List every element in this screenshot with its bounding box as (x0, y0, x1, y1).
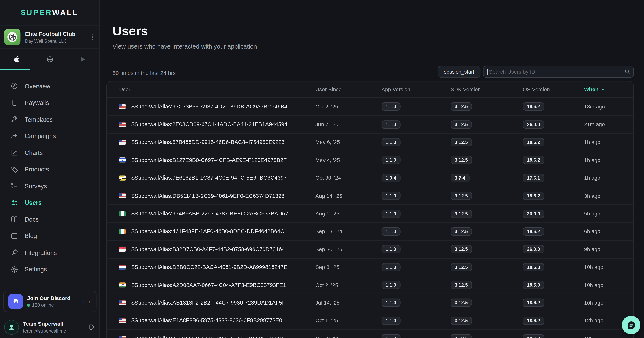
charts-icon (10, 149, 18, 157)
column-header-sdk-version[interactable]: SDK Version (450, 86, 523, 93)
user-since: Jul 14, '25 (316, 300, 382, 306)
sdk-version-badge: 3.7.4 (450, 174, 469, 182)
sdk-version-badge: 3.12.5 (450, 245, 472, 253)
column-header-user-since[interactable]: User Since (316, 86, 382, 93)
table-row[interactable]: $SuperwallAlias:E1A8F8B6-5975-4333-8636-… (107, 312, 634, 330)
apple-icon (13, 55, 20, 64)
chevron-down-icon (600, 87, 606, 92)
table-row[interactable]: $SuperwallAlias:461F48FE-1AF0-46B0-8DBC-… (107, 223, 634, 240)
sidebar-item-label: Overview (25, 83, 50, 90)
workspace-selector[interactable]: ⚽ Elite Football Club Day Well Spent, LL… (0, 26, 100, 48)
tab-apple[interactable] (0, 49, 33, 70)
tab-web[interactable] (33, 49, 66, 70)
account-name: Team Superwall (23, 321, 66, 328)
flag-us-icon (119, 318, 126, 323)
app-version-badge: 1.1.0 (382, 156, 400, 164)
table-row[interactable]: $SuperwallAlias:AB1313F2-2B2F-44C7-9930-… (107, 294, 634, 312)
table-row[interactable]: $SuperwallAlias:B127E9B0-C697-4CFB-AE9E-… (107, 151, 634, 169)
sidebar-item-docs[interactable]: Docs (0, 211, 100, 228)
sidebar-item-label: Products (25, 166, 49, 173)
search-box[interactable] (483, 66, 634, 78)
os-version-badge: 26.0.0 (523, 245, 544, 253)
flag-bn-icon (119, 175, 126, 180)
account-row[interactable]: Team Superwall team@superwall.me (0, 316, 100, 338)
kebab-menu-icon[interactable] (90, 34, 96, 40)
flag-il-icon (119, 158, 126, 163)
sidebar-item-users[interactable]: Users (0, 194, 100, 211)
logo-prefix: $UPER (21, 8, 52, 17)
sidebar-item-products[interactable]: Products (0, 161, 100, 178)
discord-icon (8, 294, 23, 309)
user-since: Oct 1, '25 (316, 317, 382, 324)
sidebar-item-label: Settings (25, 266, 47, 273)
sidebar-item-integrations[interactable]: Integrations (0, 244, 100, 261)
table-row[interactable]: $SuperwallAlias:A2D08AA7-0667-4C04-A7F3-… (107, 276, 634, 294)
campaigns-icon (10, 132, 18, 140)
when-value: 3h ago (584, 193, 634, 199)
table-row[interactable]: $SuperwallAlias:7E6162B1-1C37-4C0E-94FC-… (107, 169, 634, 187)
workspace-app-icon: ⚽ (4, 29, 21, 45)
sidebar-item-campaigns[interactable]: Campaigns (0, 128, 100, 144)
main-content: Users View users who have interacted wit… (100, 0, 644, 338)
user-since: Sep 3, '25 (316, 264, 382, 270)
user-cell: $SuperwallAlias:57B466DD-9915-46D6-BAC8-… (119, 139, 316, 145)
column-header-when[interactable]: When (584, 86, 634, 93)
users-icon (10, 198, 18, 207)
chat-fab[interactable] (622, 316, 640, 334)
table-row[interactable]: $SuperwallAlias:93C73B35-A937-4D20-86DB-… (107, 98, 634, 116)
settings-icon (10, 265, 18, 273)
sidebar-item-paywalls[interactable]: Paywalls (0, 94, 100, 111)
users-table: UserUser SinceApp VersionSDK VersionOS V… (106, 81, 634, 338)
when-value: 9h ago (584, 246, 634, 252)
account-email: team@superwall.me (23, 328, 66, 333)
flag-us-icon (119, 300, 126, 305)
user-id: $SuperwallAlias:795DF5E0-A440-41FB-97A0-… (132, 335, 284, 338)
overview-icon (10, 82, 18, 90)
discord-join-button[interactable]: Join (82, 298, 92, 305)
column-header-app-version[interactable]: App Version (382, 86, 450, 93)
sidebar-item-label: Campaigns (25, 133, 56, 140)
when-value: 1h ago (584, 139, 634, 145)
superwall-logo[interactable]: $UPERWALL (0, 0, 100, 26)
sidebar-item-surveys[interactable]: Surveys (0, 178, 100, 194)
sidebar-item-charts[interactable]: Charts (0, 144, 100, 161)
os-version-badge: 18.6.2 (523, 138, 544, 146)
app-version-badge: 1.1.0 (382, 120, 400, 128)
sdk-version-badge: 3.12.5 (450, 210, 472, 218)
when-value: 10h ago (584, 264, 634, 270)
logout-icon[interactable] (88, 323, 95, 330)
table-row[interactable]: $SuperwallAlias:DB51141B-2C39-4061-9EF0-… (107, 187, 634, 205)
table-row[interactable]: $SuperwallAlias:D2B0CC22-BACA-4061-9B2D-… (107, 258, 634, 276)
flag-us-icon (119, 104, 126, 109)
user-since: Sep 13, '24 (316, 228, 382, 235)
sdk-version-badge: 3.12.5 (450, 192, 472, 200)
app-version-badge: 1.1.0 (382, 334, 400, 338)
user-id: $SuperwallAlias:D2B0CC22-BACA-4061-9B2D-… (132, 264, 288, 270)
flag-nl-icon (119, 265, 126, 269)
table-row[interactable]: $SuperwallAlias:57B466DD-9915-46D6-BAC8-… (107, 134, 634, 151)
search-input[interactable] (488, 69, 620, 75)
table-row[interactable]: $SuperwallAlias:974BFABB-2297-4787-BEEC-… (107, 205, 634, 223)
column-header-os-version[interactable]: OS Version (523, 86, 584, 93)
table-row[interactable]: $SuperwallAlias:2E03CD09-67C1-4ADC-BA41-… (107, 116, 634, 134)
user-id: $SuperwallAlias:AB1313F2-2B2F-44C7-9930-… (132, 300, 286, 306)
discord-card[interactable]: Join Our Discord 160 online Join (3, 291, 96, 312)
discord-online-count: 160 online (32, 303, 54, 308)
event-filter-button[interactable]: session_start (438, 66, 480, 78)
sidebar-item-label: Docs (25, 216, 39, 223)
logo-suffix: WALL (52, 8, 78, 17)
sidebar-item-templates[interactable]: Templates (0, 111, 100, 128)
sidebar-item-settings[interactable]: Settings (0, 261, 100, 277)
sidebar-item-overview[interactable]: Overview (0, 78, 100, 95)
table-row[interactable]: $SuperwallAlias:B32D7CB0-A4F7-44B2-8758-… (107, 240, 634, 258)
user-since: Oct 30, '24 (316, 175, 382, 181)
sidebar-nav: OverviewPaywallsTemplatesCampaignsCharts… (0, 70, 100, 278)
sidebar-item-blog[interactable]: Blog (0, 228, 100, 244)
tab-google-play[interactable] (66, 49, 100, 70)
table-body: $SuperwallAlias:93C73B35-A937-4D20-86DB-… (107, 98, 634, 338)
search-icon[interactable] (621, 69, 634, 75)
google-play-icon (80, 55, 86, 63)
column-header-label: User Since (316, 86, 342, 93)
column-header-user[interactable]: User (119, 86, 316, 93)
table-row[interactable]: $SuperwallAlias:795DF5E0-A440-41FB-97A0-… (107, 330, 634, 338)
